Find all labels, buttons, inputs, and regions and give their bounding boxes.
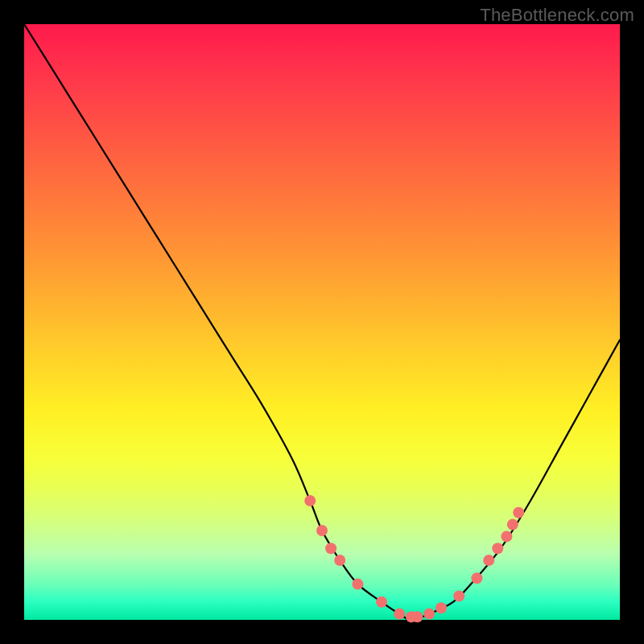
curve-marker — [436, 602, 447, 613]
curve-marker — [352, 579, 363, 590]
curve-marker — [394, 609, 405, 620]
curve-marker — [501, 530, 512, 542]
watermark-text: TheBottleneck.com — [480, 5, 634, 26]
marker-group — [304, 495, 524, 622]
curve-marker — [492, 543, 503, 554]
curve-marker — [376, 597, 387, 608]
curve-marker — [304, 495, 316, 506]
curve-marker — [507, 519, 518, 530]
plot-area — [24, 24, 620, 620]
chart-frame: TheBottleneck.com — [0, 0, 644, 644]
curve-marker — [513, 507, 524, 518]
curve-marker — [334, 555, 345, 566]
curve-marker — [325, 543, 336, 554]
curve-marker — [471, 572, 482, 584]
curve-svg — [24, 24, 620, 620]
curve-marker — [423, 609, 435, 620]
curve-marker — [483, 555, 494, 566]
curve-marker — [316, 525, 328, 536]
curve-marker — [453, 590, 464, 601]
curve-marker — [411, 611, 423, 622]
